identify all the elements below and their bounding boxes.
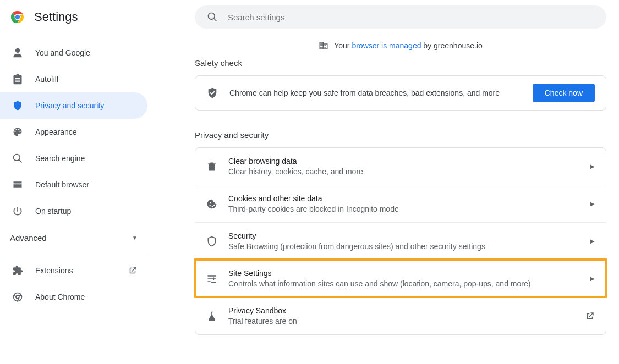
- row-title: Site Settings: [228, 269, 579, 278]
- managed-text: Your browser is managed by greenhouse.io: [334, 41, 483, 50]
- power-icon: [12, 206, 23, 217]
- main-content: Your browser is managed by greenhouse.io…: [147, 0, 619, 364]
- chevron-right-icon: ▶: [590, 238, 595, 244]
- cookie-icon: [206, 198, 217, 209]
- row-subtitle: Third-party cookies are blocked in Incog…: [228, 205, 579, 213]
- shield-icon: [12, 100, 23, 111]
- clipboard-icon: [12, 74, 23, 85]
- brand-row: Settings: [0, 7, 147, 36]
- tune-icon: [206, 273, 217, 284]
- row-clear-browsing-data[interactable]: Clear browsing data Clear history, cooki…: [195, 148, 606, 185]
- advanced-toggle[interactable]: Advanced ▼: [0, 224, 147, 251]
- chrome-outline-icon: [12, 291, 23, 302]
- sidebar-item-default-browser[interactable]: Default browser: [0, 172, 147, 198]
- trash-icon: [206, 161, 217, 172]
- sidebar-divider: [0, 255, 147, 255]
- sidebar-item-extensions[interactable]: Extensions: [0, 257, 147, 284]
- row-subtitle: Trial features are on: [228, 317, 574, 326]
- row-title: Security: [228, 231, 579, 240]
- row-cookies[interactable]: Cookies and other site data Third-party …: [195, 185, 606, 222]
- extension-icon: [12, 265, 23, 276]
- sidebar-item-search-engine[interactable]: Search engine: [0, 145, 147, 172]
- search-input[interactable]: [228, 13, 594, 22]
- row-site-settings[interactable]: Site Settings Controls what information …: [195, 260, 606, 297]
- row-subtitle: Clear history, cookies, cache, and more: [228, 167, 579, 176]
- browser-icon: [12, 179, 23, 190]
- flask-icon: [206, 311, 217, 322]
- chevron-right-icon: ▶: [590, 275, 595, 282]
- row-title: Clear browsing data: [228, 157, 579, 166]
- safety-check-header: Safety check: [195, 58, 606, 68]
- chevron-down-icon: ▼: [132, 235, 138, 241]
- privacy-section-header: Privacy and security: [195, 130, 606, 140]
- sidebar-item-label: Appearance: [35, 128, 138, 136]
- nav-list: You and Google Autofill Privacy and secu…: [0, 40, 147, 224]
- domain-icon: [319, 41, 328, 51]
- sidebar-item-label: On startup: [35, 207, 138, 216]
- sidebar-item-label: Privacy and security: [35, 101, 138, 110]
- privacy-list: Clear browsing data Clear history, cooki…: [195, 147, 606, 335]
- sidebar: Settings You and Google Autofill Privacy…: [0, 0, 147, 364]
- sidebar-item-label: You and Google: [35, 48, 138, 57]
- person-icon: [12, 47, 23, 58]
- sidebar-item-label: Search engine: [35, 154, 138, 163]
- sidebar-item-about-chrome[interactable]: About Chrome: [0, 284, 147, 310]
- svg-point-2: [15, 15, 20, 20]
- sidebar-item-label: About Chrome: [35, 293, 138, 301]
- row-security[interactable]: Security Safe Browsing (protection from …: [195, 222, 606, 260]
- shield-check-icon: [206, 87, 218, 99]
- row-title: Cookies and other site data: [228, 194, 579, 203]
- chevron-right-icon: ▶: [590, 163, 595, 169]
- palette-icon: [12, 126, 23, 137]
- shield-outline-icon: [206, 236, 217, 247]
- search-icon: [12, 153, 23, 164]
- row-subtitle: Controls what information sites can use …: [228, 279, 579, 288]
- row-privacy-sandbox[interactable]: Privacy Sandbox Trial features are on: [195, 297, 606, 334]
- page-title: Settings: [34, 10, 78, 24]
- safety-check-card: Chrome can help keep you safe from data …: [195, 75, 606, 111]
- row-title: Privacy Sandbox: [228, 306, 574, 315]
- search-icon: [207, 12, 218, 23]
- managed-banner: Your browser is managed by greenhouse.io: [195, 41, 606, 51]
- sidebar-item-label: Default browser: [35, 180, 138, 189]
- sidebar-item-label: Autofill: [35, 75, 138, 84]
- safety-check-text: Chrome can help keep you safe from data …: [229, 89, 522, 97]
- advanced-label: Advanced: [10, 233, 47, 242]
- sidebar-item-label: Extensions: [35, 266, 116, 275]
- sidebar-item-appearance[interactable]: Appearance: [0, 119, 147, 145]
- open-in-new-icon: [128, 266, 138, 275]
- managed-link[interactable]: browser is managed: [352, 41, 421, 50]
- search-bar[interactable]: [195, 5, 606, 29]
- sidebar-item-on-startup[interactable]: On startup: [0, 198, 147, 224]
- open-in-new-icon: [585, 311, 595, 321]
- sidebar-item-you-and-google[interactable]: You and Google: [0, 40, 147, 66]
- check-now-button[interactable]: Check now: [533, 84, 595, 102]
- chevron-right-icon: ▶: [590, 201, 595, 207]
- sidebar-item-privacy-security[interactable]: Privacy and security: [0, 92, 147, 119]
- row-subtitle: Safe Browsing (protection from dangerous…: [228, 242, 579, 251]
- chrome-logo-icon: [11, 10, 24, 24]
- sidebar-item-autofill[interactable]: Autofill: [0, 66, 147, 92]
